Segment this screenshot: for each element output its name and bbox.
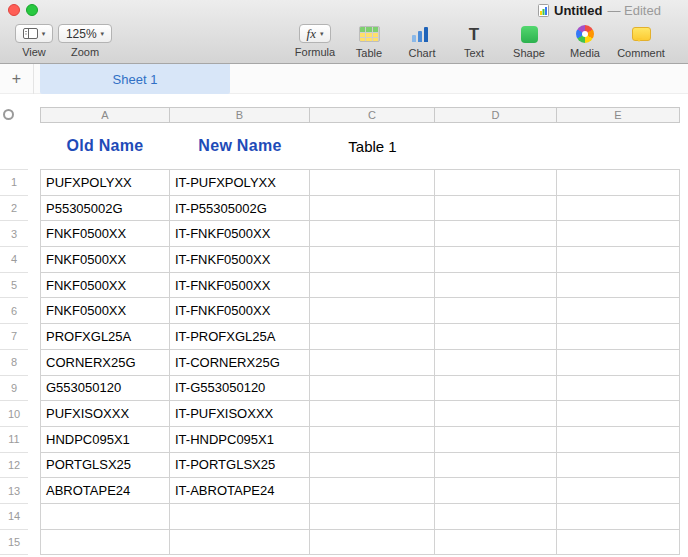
cell-empty-d[interactable] bbox=[435, 221, 557, 247]
table-button[interactable]: Table bbox=[346, 24, 392, 59]
cell-old-name[interactable]: PUFXPOLYXX bbox=[40, 170, 170, 196]
view-button[interactable]: ▾ bbox=[15, 24, 54, 43]
cell-new-name[interactable]: IT-FNKF0500XX bbox=[170, 298, 310, 324]
cell-empty-c[interactable] bbox=[310, 478, 435, 504]
row-number[interactable]: 13 bbox=[0, 478, 28, 504]
cell-empty-d[interactable] bbox=[435, 530, 557, 556]
cell-old-name[interactable]: FNKF0500XX bbox=[40, 221, 170, 247]
cell-old-name[interactable] bbox=[40, 530, 170, 556]
zoom-dropdown[interactable]: 125% ▾ bbox=[58, 24, 112, 43]
cell-empty-c[interactable] bbox=[310, 401, 435, 427]
cell-empty-e[interactable] bbox=[557, 324, 680, 350]
cell-empty-d[interactable] bbox=[435, 170, 557, 196]
row-number[interactable]: 9 bbox=[0, 376, 28, 402]
cell-empty-e[interactable] bbox=[557, 247, 680, 273]
cell-empty-d[interactable] bbox=[435, 324, 557, 350]
row-number[interactable]: 11 bbox=[0, 427, 28, 453]
header-cell-c[interactable]: Table 1 bbox=[310, 123, 435, 170]
cell-new-name[interactable]: IT-CORNERX25G bbox=[170, 350, 310, 376]
add-sheet-button[interactable]: + bbox=[0, 64, 34, 94]
cell-empty-c[interactable] bbox=[310, 273, 435, 299]
row-number[interactable]: 2 bbox=[0, 196, 28, 222]
media-button[interactable]: Media bbox=[562, 24, 608, 59]
cell-empty-c[interactable] bbox=[310, 221, 435, 247]
cell-new-name[interactable]: IT-FNKF0500XX bbox=[170, 221, 310, 247]
cell-old-name[interactable]: ABROTAPE24 bbox=[40, 478, 170, 504]
cell-empty-c[interactable] bbox=[310, 298, 435, 324]
row-number[interactable]: 14 bbox=[0, 504, 28, 530]
cell-new-name[interactable]: IT-G553050120 bbox=[170, 376, 310, 402]
cell-empty-c[interactable] bbox=[310, 247, 435, 273]
column-header-d[interactable]: D bbox=[435, 107, 557, 123]
cell-empty-c[interactable] bbox=[310, 427, 435, 453]
cell-new-name[interactable] bbox=[170, 504, 310, 530]
cell-empty-e[interactable] bbox=[557, 453, 680, 479]
column-header-a[interactable]: A bbox=[40, 107, 170, 123]
cell-empty-e[interactable] bbox=[557, 530, 680, 556]
cell-new-name[interactable]: IT-PUFXISOXXX bbox=[170, 401, 310, 427]
cell-new-name[interactable]: IT-PROFXGL25A bbox=[170, 324, 310, 350]
cell-old-name[interactable]: G553050120 bbox=[40, 376, 170, 402]
cell-new-name[interactable]: IT-HNDPC095X1 bbox=[170, 427, 310, 453]
cell-empty-c[interactable] bbox=[310, 453, 435, 479]
cell-old-name[interactable]: P55305002G bbox=[40, 196, 170, 222]
cell-empty-d[interactable] bbox=[435, 376, 557, 402]
chart-button[interactable]: Chart bbox=[399, 24, 445, 59]
cell-empty-d[interactable] bbox=[435, 298, 557, 324]
close-traffic-light[interactable] bbox=[8, 4, 20, 16]
cell-empty-e[interactable] bbox=[557, 478, 680, 504]
row-number[interactable]: 10 bbox=[0, 401, 28, 427]
row-number[interactable]: 1 bbox=[0, 170, 28, 196]
cell-new-name[interactable]: IT-FNKF0500XX bbox=[170, 273, 310, 299]
column-header-e[interactable]: E bbox=[557, 107, 680, 123]
row-number[interactable]: 5 bbox=[0, 273, 28, 299]
text-button[interactable]: T Text bbox=[452, 24, 496, 59]
comment-button[interactable]: Comment bbox=[612, 24, 670, 59]
cell-old-name[interactable]: PUFXISOXXX bbox=[40, 401, 170, 427]
cell-empty-d[interactable] bbox=[435, 478, 557, 504]
header-cell-e[interactable] bbox=[557, 123, 680, 170]
select-all-circle-icon[interactable] bbox=[3, 109, 14, 120]
row-number[interactable]: 15 bbox=[0, 530, 28, 556]
cell-empty-d[interactable] bbox=[435, 273, 557, 299]
cell-empty-c[interactable] bbox=[310, 504, 435, 530]
cell-old-name[interactable]: CORNERX25G bbox=[40, 350, 170, 376]
cell-empty-c[interactable] bbox=[310, 170, 435, 196]
row-number[interactable]: 4 bbox=[0, 247, 28, 273]
cell-empty-c[interactable] bbox=[310, 196, 435, 222]
cell-empty-d[interactable] bbox=[435, 350, 557, 376]
cell-empty-d[interactable] bbox=[435, 247, 557, 273]
cell-empty-d[interactable] bbox=[435, 427, 557, 453]
fullscreen-traffic-light[interactable] bbox=[26, 4, 38, 16]
cell-empty-d[interactable] bbox=[435, 504, 557, 530]
cell-empty-d[interactable] bbox=[435, 401, 557, 427]
cell-empty-d[interactable] bbox=[435, 453, 557, 479]
shape-button[interactable]: Shape bbox=[506, 24, 552, 59]
cell-new-name[interactable]: IT-ABROTAPE24 bbox=[170, 478, 310, 504]
cell-empty-c[interactable] bbox=[310, 376, 435, 402]
cell-empty-c[interactable] bbox=[310, 350, 435, 376]
cell-empty-e[interactable] bbox=[557, 273, 680, 299]
column-header-b[interactable]: B bbox=[170, 107, 310, 123]
cell-new-name[interactable] bbox=[170, 530, 310, 556]
row-number[interactable]: 3 bbox=[0, 221, 28, 247]
header-cell-old-name[interactable]: Old Name bbox=[40, 123, 170, 170]
cell-empty-e[interactable] bbox=[557, 376, 680, 402]
cell-empty-e[interactable] bbox=[557, 504, 680, 530]
cell-old-name[interactable]: HNDPC095X1 bbox=[40, 427, 170, 453]
cell-empty-e[interactable] bbox=[557, 196, 680, 222]
formula-dropdown[interactable]: fx ▾ bbox=[299, 24, 332, 43]
cell-empty-e[interactable] bbox=[557, 427, 680, 453]
column-header-c[interactable]: C bbox=[310, 107, 435, 123]
cell-empty-e[interactable] bbox=[557, 170, 680, 196]
cell-empty-c[interactable] bbox=[310, 324, 435, 350]
cell-new-name[interactable]: IT-PUFXPOLYXX bbox=[170, 170, 310, 196]
cell-new-name[interactable]: IT-FNKF0500XX bbox=[170, 247, 310, 273]
row-number[interactable]: 6 bbox=[0, 298, 28, 324]
cell-empty-e[interactable] bbox=[557, 350, 680, 376]
cell-old-name[interactable]: PORTGLSX25 bbox=[40, 453, 170, 479]
header-cell-d[interactable] bbox=[435, 123, 557, 170]
cell-old-name[interactable]: FNKF0500XX bbox=[40, 298, 170, 324]
cell-old-name[interactable]: FNKF0500XX bbox=[40, 273, 170, 299]
cell-new-name[interactable]: IT-PORTGLSX25 bbox=[170, 453, 310, 479]
